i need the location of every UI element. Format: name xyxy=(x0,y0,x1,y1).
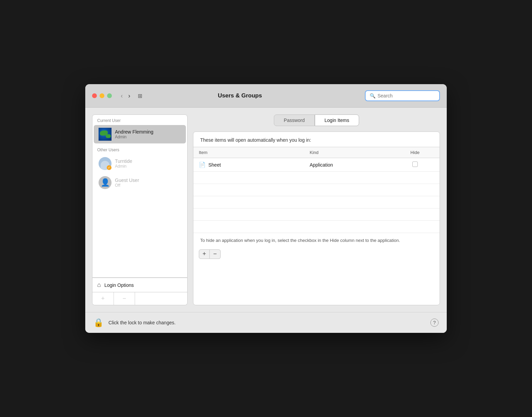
item-hide-cell xyxy=(390,158,440,172)
add-item-button[interactable]: + xyxy=(199,249,210,259)
empty-row-2 xyxy=(193,184,440,196)
current-user-name: Andrew Flemming xyxy=(115,129,181,135)
sheet-doc-icon: 📄 xyxy=(199,161,206,168)
current-user-info: Andrew Flemming Admin xyxy=(115,129,181,139)
empty-row-1 xyxy=(193,172,440,184)
sidebar-actions: + − xyxy=(92,292,188,305)
other-users-label: Other Users xyxy=(92,144,187,154)
guest-avatar-wrapper: 👤 xyxy=(99,176,112,189)
search-input[interactable] xyxy=(378,93,435,98)
hint-text: To hide an application when you log in, … xyxy=(193,233,440,249)
current-user-label: Current User xyxy=(92,115,187,124)
login-options-label: Login Options xyxy=(104,282,134,288)
earth-avatar xyxy=(99,128,112,141)
items-actions: + − xyxy=(193,249,440,264)
empty-row-3 xyxy=(193,196,440,208)
column-header-kind: Kind xyxy=(304,147,390,158)
empty-row-5 xyxy=(193,221,440,233)
content-area: Current User Andrew Flemming Admin Other… xyxy=(85,108,447,312)
turntide-user-name: Turntide xyxy=(115,158,181,164)
window-title: Users & Groups xyxy=(119,92,361,99)
footer: 🔒 Click the lock to make changes. ? xyxy=(85,312,447,333)
item-kind: Application xyxy=(304,158,390,172)
sidebar: Current User Andrew Flemming Admin Other… xyxy=(92,114,188,305)
hide-checkbox[interactable] xyxy=(412,161,418,167)
guest-avatar: 👤 xyxy=(99,176,112,189)
main-panel: Password Login Items These items will op… xyxy=(193,114,440,305)
login-items-description: These items will open automatically when… xyxy=(193,132,440,147)
current-user-item[interactable]: Andrew Flemming Admin xyxy=(94,125,186,143)
maximize-button[interactable] xyxy=(107,93,112,98)
item-icon: 📄 Sheet xyxy=(199,161,221,168)
login-options-button[interactable]: ⌂ Login Options xyxy=(92,278,187,292)
tab-password[interactable]: Password xyxy=(274,114,314,126)
empty-row-4 xyxy=(193,208,440,221)
search-box: 🔍 xyxy=(365,90,440,101)
titlebar: ‹ › ⊞ Users & Groups 🔍 xyxy=(85,84,447,108)
close-button[interactable] xyxy=(92,93,97,98)
sidebar-bottom: ⌂ Login Options xyxy=(92,278,188,292)
help-button[interactable]: ? xyxy=(430,319,439,327)
turntide-user-item[interactable]: ✓ Turntide Admin xyxy=(94,154,186,173)
guest-icon: 👤 xyxy=(101,178,110,187)
guest-user-info: Guest User Off xyxy=(115,177,181,188)
minimize-button[interactable] xyxy=(100,93,104,98)
column-header-item: Item xyxy=(193,147,304,158)
turntide-user-role: Admin xyxy=(115,164,181,169)
guest-avatar-inner: 👤 xyxy=(99,176,112,189)
checkmark-badge: ✓ xyxy=(107,165,112,170)
table-row[interactable]: 📄 Sheet Application xyxy=(193,158,440,172)
tab-bar: Password Login Items xyxy=(193,114,440,126)
lock-icon[interactable]: 🔒 xyxy=(93,318,104,327)
lock-text: Click the lock to make changes. xyxy=(108,320,176,325)
current-user-role: Admin xyxy=(115,135,181,139)
remove-item-button[interactable]: − xyxy=(210,249,221,259)
sidebar-main: Current User Andrew Flemming Admin Other… xyxy=(92,114,188,278)
add-user-button[interactable]: + xyxy=(92,292,114,305)
house-icon: ⌂ xyxy=(97,281,101,289)
guest-user-name: Guest User xyxy=(115,177,181,183)
turntide-avatar-wrapper: ✓ xyxy=(99,157,112,170)
items-table: Item Kind Hide 📄 Sheet xyxy=(193,147,440,233)
traffic-lights xyxy=(92,93,112,98)
search-icon: 🔍 xyxy=(370,93,375,98)
avatar xyxy=(99,128,112,141)
remove-user-button[interactable]: − xyxy=(114,292,135,305)
tab-login-items[interactable]: Login Items xyxy=(315,114,359,126)
guest-user-role: Off xyxy=(115,183,181,188)
guest-user-item[interactable]: 👤 Guest User Off xyxy=(94,173,186,192)
unlock-placeholder xyxy=(135,292,187,305)
turntide-user-info: Turntide Admin xyxy=(115,158,181,169)
login-items-panel: These items will open automatically when… xyxy=(193,132,440,305)
column-header-hide: Hide xyxy=(390,147,440,158)
item-name: 📄 Sheet xyxy=(193,158,304,172)
